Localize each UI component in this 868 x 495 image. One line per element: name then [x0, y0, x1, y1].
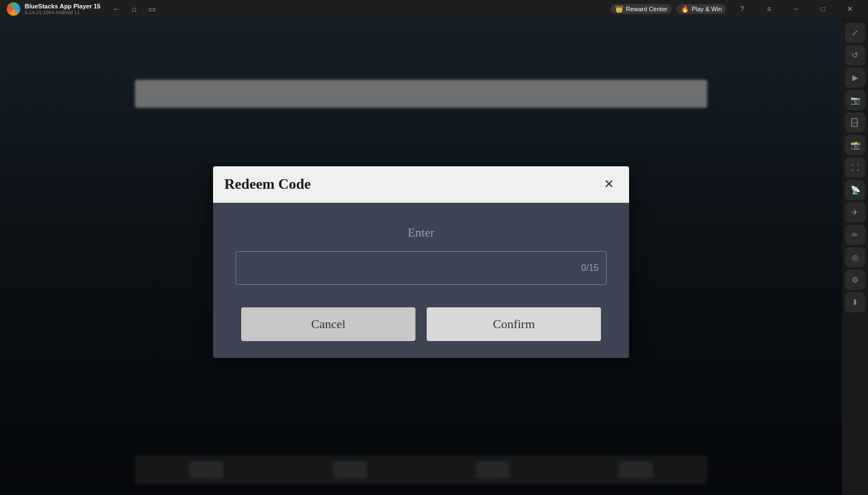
- dialog-buttons: Cancel Confirm: [236, 307, 607, 341]
- app-title-group: BlueStacks App Player 15 5.14.21.1004 An…: [25, 3, 101, 15]
- download-icon[interactable]: ⬇: [845, 292, 865, 312]
- titlebar: BlueStacks App Player 15 5.14.21.1004 An…: [0, 0, 868, 18]
- maximize-button[interactable]: □: [812, 0, 834, 18]
- airplane-icon[interactable]: ✈: [845, 202, 865, 222]
- expand-icon[interactable]: ⤢: [845, 22, 865, 43]
- help-button[interactable]: ?: [731, 0, 753, 18]
- titlebar-left: BlueStacks App Player 15 5.14.21.1004 An…: [0, 2, 604, 16]
- confirm-button[interactable]: Confirm: [427, 307, 601, 341]
- svg-text:APK: APK: [853, 121, 859, 125]
- home-button[interactable]: ⌂: [130, 4, 139, 13]
- game-content: Redeem Code ✕ Enter 0/15 Cancel Confirm: [0, 18, 842, 495]
- back-button[interactable]: ←: [112, 4, 121, 13]
- main-content: Redeem Code ✕ Enter 0/15 Cancel Confirm: [0, 18, 842, 495]
- apk-icon[interactable]: APK: [845, 112, 865, 133]
- gear-icon[interactable]: ⚙: [845, 270, 865, 290]
- dialog-overlay: Redeem Code ✕ Enter 0/15 Cancel Confirm: [0, 18, 842, 495]
- titlebar-nav: ← ⌂ ▭: [105, 4, 164, 13]
- dialog-close-button[interactable]: ✕: [600, 175, 618, 193]
- reward-center-label: Reward Center: [626, 6, 667, 12]
- app-name: BlueStacks App Player 15: [25, 3, 101, 10]
- titlebar-right: 👑 Reward Center 🔥 Play & Win ? ≡ − □ ✕: [604, 0, 868, 18]
- redeem-code-dialog: Redeem Code ✕ Enter 0/15 Cancel Confirm: [213, 166, 629, 358]
- dialog-input-wrap: 0/15: [236, 251, 607, 285]
- minimize-button[interactable]: −: [785, 0, 807, 18]
- resize-icon[interactable]: ⛶: [845, 157, 865, 178]
- play-win-label: Play & Win: [691, 6, 722, 12]
- camera-icon[interactable]: 📷: [845, 90, 865, 110]
- close-button[interactable]: ✕: [839, 0, 861, 18]
- dialog-header: Redeem Code ✕: [213, 166, 629, 203]
- reward-center-button[interactable]: 👑 Reward Center: [611, 4, 672, 14]
- play-icon[interactable]: ▶: [845, 67, 865, 88]
- macro-icon[interactable]: ◎: [845, 247, 865, 267]
- dialog-enter-label: Enter: [408, 225, 435, 240]
- cast-icon[interactable]: 📡: [845, 180, 865, 200]
- redeem-code-input[interactable]: [236, 251, 607, 285]
- menu-button[interactable]: ≡: [758, 0, 780, 18]
- recent-button[interactable]: ▭: [148, 4, 157, 13]
- crown-icon: 👑: [615, 5, 623, 13]
- app-version: 5.14.21.1004 Android 11: [25, 10, 101, 15]
- right-sidebar: ⤢ ↺ ▶ 📷 APK 📸 ⛶ 📡 ✈ ✏ ◎ ⚙ ⬇: [842, 18, 868, 495]
- dialog-body: Enter 0/15 Cancel Confirm: [213, 203, 629, 358]
- screenshot-icon[interactable]: 📸: [845, 135, 865, 155]
- brush-icon[interactable]: ✏: [845, 225, 865, 245]
- fire-icon: 🔥: [681, 5, 689, 13]
- dialog-title: Redeem Code: [224, 176, 311, 193]
- play-win-button[interactable]: 🔥 Play & Win: [676, 4, 726, 14]
- cancel-button[interactable]: Cancel: [241, 307, 415, 341]
- bluestacks-logo: [7, 2, 20, 16]
- back-icon[interactable]: ↺: [845, 45, 865, 65]
